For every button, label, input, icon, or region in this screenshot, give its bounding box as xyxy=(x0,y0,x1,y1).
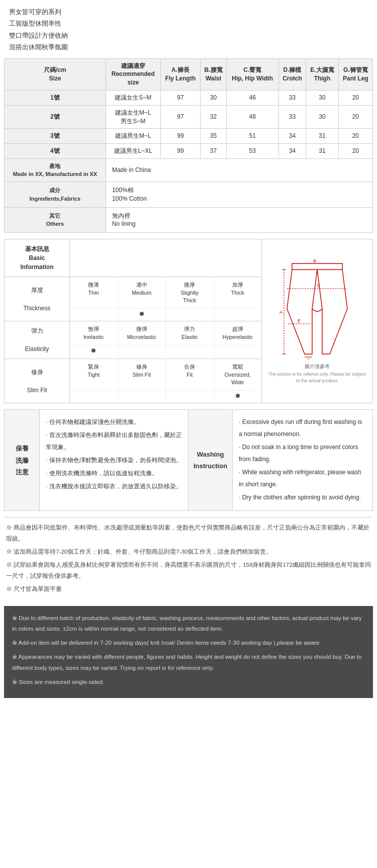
crotch-cell: 34 xyxy=(278,129,306,144)
waist-cell: 35 xyxy=(201,129,226,144)
size-table-row: 1號 建議女生S~M 97 30 46 33 30 20 xyxy=(5,90,373,105)
col-thigh: E.大腿寬Thigh xyxy=(306,58,338,90)
size-table-wrapper: 尺碼/cmSize 建議適穿Recommendedsize A.褲長Fly Le… xyxy=(0,58,377,233)
care-right-content: · Excessive dyes run off during first wa… xyxy=(233,410,372,510)
rec-cell: 建議男生L~XL xyxy=(106,144,160,159)
svg-rect-0 xyxy=(292,264,342,270)
elasticity-content: 無彈Inelastic 微彈Microelastic 彈力Elastic 超彈H… xyxy=(70,321,261,359)
slimfit-selected-dot xyxy=(236,394,240,398)
thickness-dot-slightly xyxy=(166,309,214,321)
care-left-item: · 洗衣機脫水後請立即晾衣，勿放置過久以防移染。 xyxy=(46,480,182,492)
slimfit-tight: 緊身Tight xyxy=(70,359,118,390)
care-right: WashingInstruction · Excessive dyes run … xyxy=(189,410,372,510)
elasticity-microelastic: 微彈Microelastic xyxy=(118,321,166,345)
hip-cell: 48 xyxy=(226,105,278,129)
washing-instruction-label: WashingInstruction xyxy=(189,410,233,510)
thickness-content: 微薄Thin 適中Medium 微厚SlightlyThick 加厚Thick xyxy=(70,277,261,321)
fly-length-cell: 99 xyxy=(160,129,201,144)
thigh-cell: 31 xyxy=(306,144,338,159)
pants-diagram: B A C E F xyxy=(277,258,357,359)
fly-length-cell: 99 xyxy=(160,144,201,159)
thickness-dot-row xyxy=(70,309,261,321)
fly-length-cell: 97 xyxy=(160,105,201,129)
care-right-item: · While washing with refrigerator, pleas… xyxy=(239,466,366,490)
rec-cell: 建議男生M~L xyxy=(106,129,160,144)
english-note-item: ※ Due to different batch of production, … xyxy=(12,613,365,635)
care-left-content: · 任何衣物都建議深淺色分開洗滌。· 首次洗滌時深色布料易釋於出多餘固色劑，屬於… xyxy=(40,410,188,510)
hip-cell: 51 xyxy=(226,129,278,144)
slimfit-dot-wide xyxy=(214,391,262,403)
col-waist: B.腰寬Waist xyxy=(201,58,226,90)
size-table-row: 3號 建議男生M~L 99 35 51 34 31 20 xyxy=(5,129,373,144)
slimfit-fit: 合身Fit xyxy=(166,359,214,390)
crotch-cell: 33 xyxy=(278,90,306,105)
header-line2: 工裝版型休閒率性 xyxy=(9,18,368,29)
thickness-thick: 加厚Thick xyxy=(214,277,262,308)
english-note-item: ※ Appearances may be varied with differe… xyxy=(12,652,365,674)
slimfit-options: 緊身Tight 修身Slim Fit 合身Fit 寬鬆Oversized,Wid… xyxy=(70,359,261,391)
slimfit-dot-tight xyxy=(70,391,118,403)
rec-cell: 建議女生M~L男生S~M xyxy=(106,105,160,129)
size-cell: 2號 xyxy=(5,105,106,129)
header-line3: 雙口帶設計方便收納 xyxy=(9,30,368,41)
thickness-dot-thick xyxy=(214,309,262,321)
elasticity-label: 彈力 Elasticity xyxy=(5,321,70,359)
care-right-item: · Do not soak in a long time to prevent … xyxy=(239,441,366,465)
care-left-item: · 使用洗衣機洗滌時，請以低速短程洗滌。 xyxy=(46,467,182,479)
col-recommended: 建議適穿Recommendedsize xyxy=(106,58,160,90)
english-notes-content: ※ Due to different batch of production, … xyxy=(12,613,365,688)
svg-text:C: C xyxy=(317,283,321,288)
info-table-row: 其它Others 無內裡No lining xyxy=(5,207,373,233)
svg-text:B: B xyxy=(313,258,316,264)
slimfit-content: 緊身Tight 修身Slim Fit 合身Fit 寬鬆Oversized,Wid… xyxy=(70,359,261,403)
info-label-cell: 產地Made in XX, Manufactured in XX xyxy=(5,158,106,182)
diagram-note-en: The picture is for refence only. Please … xyxy=(267,371,367,384)
hip-cell: 46 xyxy=(226,90,278,105)
col-fly-length: A.褲長Fly Length xyxy=(160,58,201,90)
slimfit-row: 修身 Slim Fit 緊身Tight 修身Slim Fit 合身Fit 寬鬆O… xyxy=(5,359,261,403)
elasticity-selected-dot xyxy=(91,349,96,353)
thickness-options: 微薄Thin 適中Medium 微厚SlightlyThick 加厚Thick xyxy=(70,277,261,309)
elasticity-inelastic: 無彈Inelastic xyxy=(70,321,118,345)
size-cell: 4號 xyxy=(5,144,106,159)
elasticity-dot-hyper xyxy=(214,345,262,358)
size-table-row: 2號 建議女生M~L男生S~M 97 32 48 33 30 20 xyxy=(5,105,373,129)
thigh-cell: 31 xyxy=(306,129,338,144)
info-value-cell: Made in China xyxy=(106,158,372,182)
elasticity-dot-micro xyxy=(118,345,166,358)
pant-leg-cell: 20 xyxy=(338,129,372,144)
thickness-dot-medium xyxy=(118,309,166,321)
info-label-cell: 成分Ingredients,Fabrics xyxy=(5,182,106,207)
info-label-cell: 其它Others xyxy=(5,207,106,233)
info-table-row: 產地Made in XX, Manufactured in XX Made in… xyxy=(5,158,373,182)
thickness-label: 厚度 Thickness xyxy=(5,277,70,321)
thickness-row: 厚度 Thickness 微薄Thin 適中Medium 微厚SlightlyT… xyxy=(5,277,261,321)
col-hip: C.臀寬Hip, Hip Width xyxy=(226,58,278,90)
col-pant-leg: G.褲管寬Pant Leg xyxy=(338,58,372,90)
svg-text:A: A xyxy=(279,310,282,315)
crotch-cell: 34 xyxy=(278,144,306,159)
care-right-item: · Excessive dyes run off during first wa… xyxy=(239,416,366,440)
col-crotch: D.褲檔Crotch xyxy=(278,58,306,90)
basic-info-rows: 基本訊息BasicInformation 厚度 Thickness 微薄Thin… xyxy=(5,239,262,403)
care-left-item: · 保持衣物色澤鮮艷避免色澤移染，勿長時間浸泡。 xyxy=(46,454,182,466)
header-section: 男女皆可穿的系列 工裝版型休閒率性 雙口帶設計方便收納 混搭出休閒秋季氛圍 xyxy=(0,0,377,58)
slimfit-label: 修身 Slim Fit xyxy=(5,359,70,403)
waist-cell: 32 xyxy=(201,105,226,129)
elasticity-dot-inelastic xyxy=(70,345,118,358)
hip-cell: 53 xyxy=(226,144,278,159)
slimfit-dot-slim xyxy=(118,391,166,403)
thickness-medium: 適中Medium xyxy=(118,277,166,308)
crotch-cell: 33 xyxy=(278,105,306,129)
care-section: 保養洗滌注意 · 任何衣物都建議深淺色分開洗滌。· 首次洗滌時深色布料易釋於出多… xyxy=(4,409,373,511)
elasticity-row: 彈力 Elasticity 無彈Inelastic 微彈Microelastic… xyxy=(5,321,261,359)
waist-cell: 30 xyxy=(201,90,226,105)
pant-leg-cell: 20 xyxy=(338,144,372,159)
care-left: 保養洗滌注意 · 任何衣物都建議深淺色分開洗滌。· 首次洗滌時深色布料易釋於出多… xyxy=(5,410,189,510)
slimfit-dot-fit xyxy=(166,391,214,403)
care-label: 保養洗滌注意 xyxy=(5,410,40,510)
col-size: 尺碼/cmSize xyxy=(5,58,106,90)
header-line1: 男女皆可穿的系列 xyxy=(9,6,368,18)
info-value-cell: 無內裡No lining xyxy=(106,207,372,233)
diagram-column: B A C E F 圖片僅參考 The picture is fo xyxy=(262,239,372,403)
